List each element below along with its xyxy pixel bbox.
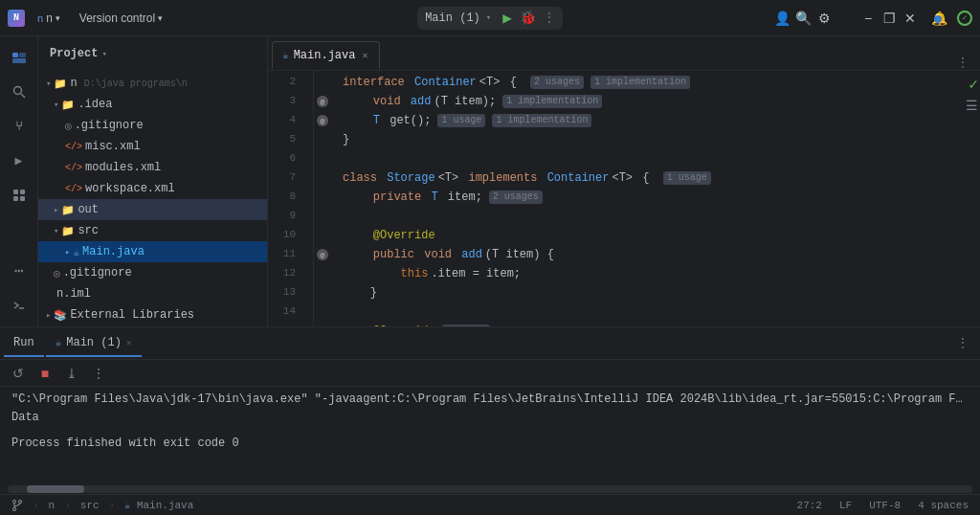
token: Container: [408, 73, 477, 92]
statusbar-git-branch[interactable]: [8, 498, 27, 511]
panel-title: Project: [50, 47, 98, 60]
bottom-panel: Run ☕ Main (1) ✕ ⋮ ↺ ■ ⤓ ⋮ "C:\Program F…: [0, 326, 980, 494]
impl-badge[interactable]: 1 implementation: [590, 76, 690, 89]
run-config-name: Main (1): [425, 11, 480, 25]
statusbar-line-col[interactable]: 27:2: [793, 499, 826, 512]
minimize-button[interactable]: −: [861, 11, 875, 25]
git-status-icon: ✓: [957, 11, 972, 26]
tree-item-modules-xml[interactable]: </> modules.xml: [38, 157, 267, 178]
usage-badge[interactable]: 1 usage: [437, 114, 485, 127]
token: @Override: [373, 226, 435, 245]
project-dropdown-icon: ▾: [56, 13, 60, 23]
tree-item-gitignore2[interactable]: ◎ .gitignore: [38, 262, 267, 283]
sidebar-item-vcs[interactable]: ⑂: [4, 111, 34, 142]
debug-button[interactable]: 🐞: [520, 10, 536, 26]
code-content[interactable]: interface Container <T> { 2 usages 1 imp…: [331, 71, 959, 326]
search-button[interactable]: 🔍: [796, 11, 810, 25]
sidebar-item-find[interactable]: [4, 77, 34, 107]
bottom-more-button[interactable]: ⋮: [949, 336, 976, 350]
sidebar-item-terminal[interactable]: [4, 290, 34, 321]
usage-badge[interactable]: 1 usage: [663, 171, 711, 185]
gutter-icons: @ @ @ @: [314, 71, 331, 326]
tree-item-gitignore1[interactable]: ◎ .gitignore: [38, 115, 267, 136]
scrollbar-thumb[interactable]: [27, 485, 84, 493]
tree-item-main-java[interactable]: ▸ ☕ Main.java: [38, 241, 267, 262]
usage-badge[interactable]: 2 usages: [489, 190, 543, 204]
sidebar-item-more[interactable]: ⋯: [4, 256, 34, 286]
sidebar-item-project[interactable]: [4, 42, 34, 73]
svg-line-4: [21, 94, 25, 98]
token: (T item) {: [485, 245, 554, 264]
tree-item-external-libs[interactable]: ▸ 📚 External Libraries: [38, 304, 267, 325]
more-run-icon[interactable]: ⋮: [544, 11, 555, 25]
file-tree-panel: Project ▾ ▾ 📁 n D:\java programs\n ▾ 📁 .…: [38, 36, 268, 326]
line-num-14: 14: [268, 302, 303, 322]
titlebar: N n n ▾ Version control ▾ Main (1) ▾ ▶ 🐞…: [0, 0, 980, 36]
token: (T item);: [434, 92, 496, 111]
statusbar-file[interactable]: ☕ Main.java: [121, 499, 197, 512]
version-control-label: Version control: [79, 11, 155, 25]
tree-item-out[interactable]: ▸ 📁 out: [38, 199, 267, 220]
config-tab[interactable]: ☕ Main (1) ✕: [46, 330, 142, 357]
tree-item-misc-xml[interactable]: </> misc.xml: [38, 136, 267, 157]
close-button[interactable]: ✕: [903, 11, 917, 25]
editor-area: ☕ Main.java ✕ ⋮ 2 3 4 5 6 7 8 9 10 11 12…: [268, 36, 980, 326]
token: T: [373, 111, 380, 130]
tree-item-root[interactable]: ▾ 📁 n D:\java programs\n: [38, 73, 267, 94]
tree-item-workspace-xml[interactable]: </> workspace.xml: [38, 178, 267, 199]
svg-rect-5: [13, 190, 18, 194]
run-button[interactable]: ▶: [502, 9, 512, 28]
usage-badge[interactable]: 1 usage: [442, 325, 490, 326]
out-folder-icon: 📁: [61, 204, 75, 216]
stop-button[interactable]: ■: [34, 363, 56, 384]
profile-button[interactable]: 👤: [775, 11, 789, 25]
horizontal-scrollbar[interactable]: [8, 485, 972, 493]
token: private: [373, 188, 421, 207]
tree-item-label: out: [78, 203, 99, 216]
more-actions-button[interactable]: ⋮: [88, 363, 109, 384]
tree-item-idea[interactable]: ▾ 📁 .idea: [38, 94, 267, 115]
statusbar-line-sep[interactable]: LF: [835, 499, 856, 512]
tab-more-button[interactable]: ⋮: [949, 56, 976, 70]
line-num-4: 4: [268, 111, 303, 130]
tree-container[interactable]: ▾ 📁 n D:\java programs\n ▾ 📁 .idea ◎ .gi…: [38, 71, 267, 326]
sidebar-item-plugins[interactable]: [4, 180, 34, 211]
config-tab-close[interactable]: ✕: [126, 337, 132, 348]
statusbar-src[interactable]: src: [77, 499, 103, 512]
bottom-scrollbar[interactable]: [0, 484, 980, 494]
statusbar-encoding[interactable]: UTF-8: [865, 499, 904, 512]
scroll-to-end-button[interactable]: ⤓: [61, 363, 82, 384]
statusbar-indent[interactable]: 4 spaces: [914, 499, 972, 512]
settings-button[interactable]: ⚙: [817, 11, 831, 25]
app-logo: N: [8, 10, 25, 27]
code-line-12: this .item = item;: [343, 264, 959, 283]
run-controls: Main (1) ▾ ▶ 🐞 ⋮: [417, 7, 563, 30]
usage-badge[interactable]: 2 usages: [530, 76, 584, 89]
tree-item-src[interactable]: ▾ 📁 src: [38, 220, 267, 241]
chevron-down-icon: ▾: [54, 100, 58, 110]
impl-badge[interactable]: 1 implementation: [502, 95, 602, 108]
tab-close-button[interactable]: ✕: [360, 49, 369, 62]
chevron-right-icon: ▸: [65, 247, 70, 258]
line-num-7: 7: [268, 168, 303, 188]
tree-item-path: D:\java programs\n: [84, 78, 188, 89]
tab-main-java[interactable]: ☕ Main.java ✕: [272, 41, 380, 70]
token: item;: [441, 188, 482, 207]
run-output: Data: [11, 409, 969, 427]
chevron-right-icon: ▸: [46, 310, 51, 321]
code-valid-icon: ✓: [969, 75, 978, 94]
restart-button[interactable]: ↺: [8, 363, 29, 384]
run-tab[interactable]: Run: [4, 330, 44, 357]
version-control-button[interactable]: Version control ▾: [73, 9, 169, 28]
token: void: [417, 245, 452, 264]
project-selector[interactable]: n n ▾: [31, 9, 67, 28]
run-finish-message: Process finished with exit code 0: [11, 435, 969, 453]
tree-item-niml[interactable]: n.iml: [38, 283, 267, 304]
code-line-3: void add (T item); 1 implementation: [343, 92, 959, 111]
statusbar-project[interactable]: n: [45, 499, 59, 512]
sidebar-item-run[interactable]: ▶: [4, 146, 34, 176]
impl-badge[interactable]: 1 implementation: [492, 114, 591, 127]
empty-line: [11, 427, 969, 435]
bottom-toolbar: ↺ ■ ⤓ ⋮: [0, 360, 980, 387]
maximize-button[interactable]: ❐: [882, 11, 896, 25]
